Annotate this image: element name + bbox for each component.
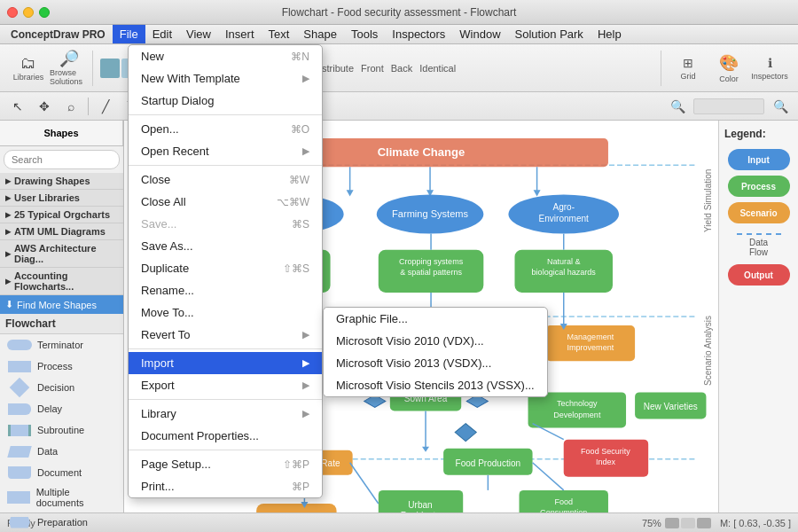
minimize-button[interactable] <box>23 7 34 18</box>
svg-marker-77 <box>422 447 429 452</box>
menu-move-to[interactable]: Move To... <box>129 301 322 324</box>
zoom-in-tool[interactable]: 🔍 <box>768 95 793 118</box>
menu-new[interactable]: New ⌘N <box>129 45 322 67</box>
next-page-btn[interactable] <box>697 518 711 528</box>
page-controls <box>665 518 711 528</box>
import-visio-stencils[interactable]: Microsoft Visio Stencils 2013 (VSSX)... <box>324 374 547 396</box>
browse-icon: 🔎 <box>59 51 79 66</box>
svg-line-73 <box>350 463 379 504</box>
menu-save-as[interactable]: Save As... <box>129 235 322 257</box>
color-button[interactable]: 🎨 Color <box>709 51 748 85</box>
menu-print[interactable]: Print... ⌘P <box>129 475 322 497</box>
prev-page-btn[interactable] <box>665 518 679 528</box>
toolbar-front-label: Front <box>361 63 384 74</box>
import-visio-2013-vsdx[interactable]: Microsoft Visio 2013 (VSDX)... <box>324 352 547 374</box>
libraries-button[interactable]: 🗂 Libraries <box>9 51 48 85</box>
search-input[interactable] <box>4 150 120 169</box>
right-panel: Legend: Input Process Scenario Data Flow… <box>718 121 798 512</box>
menu-page-setup[interactable]: Page Setup... ⇧⌘P <box>129 453 322 475</box>
shape-terminator[interactable]: Terminator <box>0 334 123 356</box>
shape-data[interactable]: Data <box>0 441 123 462</box>
legend-dataflow-line <box>737 233 781 235</box>
shape-preparation[interactable]: Preparation <box>0 512 123 532</box>
sep2 <box>129 165 322 166</box>
svg-text:Urban: Urban <box>408 500 432 510</box>
svg-text:Residents: Residents <box>401 511 441 512</box>
menu-solution-park[interactable]: Solution Park <box>508 25 591 43</box>
multidoc-icon <box>7 490 31 505</box>
toolbar-back-label: Back <box>391 63 412 74</box>
shape-decision[interactable]: Decision <box>0 377 123 398</box>
prep-icon <box>7 515 32 529</box>
maximize-button[interactable] <box>39 7 50 18</box>
menu-window[interactable]: Window <box>452 25 507 43</box>
grid-button[interactable]: ⊞ Grid <box>669 51 708 85</box>
menu-insert[interactable]: Insert <box>218 25 262 43</box>
browse-solutions-button[interactable]: 🔎 Browse Solutions <box>50 51 89 85</box>
zoom-out-tool[interactable]: 🔍 <box>665 95 690 118</box>
move-tool[interactable]: ✥ <box>32 95 57 118</box>
menu-library[interactable]: Library ▶ <box>129 403 322 425</box>
menu-import[interactable]: Import ▶ <box>129 352 322 374</box>
inspectors-button[interactable]: ℹ Inspectors <box>750 51 789 85</box>
legend-input-box: Input <box>728 149 790 170</box>
coordinates: M: [ 0.63, -0.35 ] <box>720 518 791 528</box>
menu-open-recent[interactable]: Open Recent ▶ <box>129 140 322 162</box>
shape-document[interactable]: Document <box>0 462 123 483</box>
close-button[interactable] <box>7 7 18 18</box>
zoom-level: 75% <box>642 518 661 528</box>
menu-help[interactable]: Help <box>591 25 629 43</box>
menu-open[interactable]: Open... ⌘O <box>129 118 322 140</box>
zoom-slider[interactable] <box>693 98 764 114</box>
shape-multidoc[interactable]: Multiple documents <box>0 483 123 512</box>
menu-close[interactable]: Close ⌘W <box>129 168 322 191</box>
toolbar-identical-label: Identical <box>419 63 456 74</box>
menu-tools[interactable]: Tools <box>344 25 385 43</box>
legend-title: Legend: <box>724 128 793 140</box>
menu-duplicate[interactable]: Duplicate ⇧⌘S <box>129 257 322 279</box>
shape-delay[interactable]: Delay <box>0 398 123 419</box>
panel-tab-shapes[interactable]: Shapes <box>0 121 123 145</box>
svg-text:New Varieties: New Varieties <box>644 402 698 411</box>
cursor-tool[interactable]: ↖ <box>5 95 30 118</box>
svg-text:Natural &: Natural & <box>547 257 581 266</box>
category-orgcharts[interactable]: 25 Typical Orgcharts <box>0 207 123 223</box>
import-visio-2010[interactable]: Microsoft Visio 2010 (VDX)... <box>324 330 547 352</box>
menu-inspectors[interactable]: Inspectors <box>385 25 452 43</box>
libraries-icon: 🗂 <box>20 55 36 71</box>
category-drawing-shapes[interactable]: Drawing Shapes <box>0 173 123 190</box>
svg-text:biological hazards: biological hazards <box>532 268 597 277</box>
svg-text:Agro-: Agro- <box>552 202 575 212</box>
menu-view[interactable]: View <box>179 25 218 43</box>
zoom-tool[interactable]: ⌕ <box>59 95 83 118</box>
svg-text:Climate Change: Climate Change <box>378 145 466 159</box>
menu-edit[interactable]: Edit <box>145 25 179 43</box>
category-uml[interactable]: ATM UML Diagrams <box>0 223 123 240</box>
category-accounting[interactable]: Accounting Flowcharts... <box>0 268 123 295</box>
menu-close-all[interactable]: Close All ⌥⌘W <box>129 191 322 213</box>
menu-revert-to[interactable]: Revert To ▶ <box>129 324 322 346</box>
zoom-controls: 75% <box>642 518 711 528</box>
menu-shape[interactable]: Shape <box>296 25 344 43</box>
menu-save[interactable]: Save... ⌘S <box>129 213 322 235</box>
menu-document-props[interactable]: Document Properties... <box>129 425 322 447</box>
shape-process[interactable]: Process <box>0 356 123 377</box>
menu-text[interactable]: Text <box>262 25 297 43</box>
svg-text:Environment: Environment <box>539 214 590 223</box>
page-indicator <box>681 518 695 528</box>
menu-rename[interactable]: Rename... <box>129 279 322 301</box>
import-graphic-file[interactable]: Graphic File... <box>324 308 547 330</box>
tool-select[interactable] <box>100 59 120 78</box>
category-aws[interactable]: AWS Architecture Diag... <box>0 240 123 268</box>
menu-startup-dialog[interactable]: Startup Dialog <box>129 90 322 112</box>
svg-marker-79 <box>455 424 476 442</box>
category-user-libraries[interactable]: User Libraries <box>0 190 123 207</box>
search-box <box>4 150 120 169</box>
draw-line-tool[interactable]: ╱ <box>93 95 118 118</box>
file-menu: New ⌘N New With Template ▶ Startup Dialo… <box>128 44 323 498</box>
menu-export[interactable]: Export ▶ <box>129 374 322 396</box>
menu-file[interactable]: File <box>113 25 145 43</box>
shape-subroutine[interactable]: Subroutine <box>0 419 123 441</box>
menu-new-with-template[interactable]: New With Template ▶ <box>129 67 322 90</box>
find-more-shapes[interactable]: ⬇ Find More Shapes <box>0 295 123 314</box>
